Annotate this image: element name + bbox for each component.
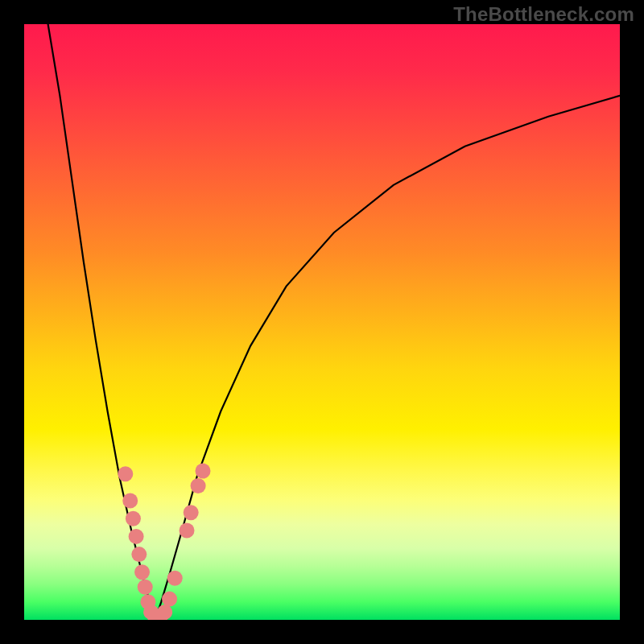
vertex-marker xyxy=(196,464,211,479)
watermark-text: TheBottleneck.com xyxy=(453,3,634,26)
vertex-marker xyxy=(126,511,141,526)
vertex-marker xyxy=(129,529,144,544)
vertex-marker xyxy=(191,478,206,493)
vertex-marker xyxy=(167,571,183,586)
vertex-marker xyxy=(162,592,177,607)
vertex-marker xyxy=(131,547,147,562)
vertex-marker xyxy=(157,605,172,620)
vertex-marker xyxy=(134,564,150,580)
vertex-marker xyxy=(184,505,199,520)
curve-right-branch xyxy=(155,96,620,620)
plot-area xyxy=(24,24,620,620)
vertex-marker xyxy=(118,466,133,481)
vertex-markers xyxy=(118,464,210,621)
vertex-marker xyxy=(180,523,195,539)
chart-svg xyxy=(24,24,620,620)
vertex-marker xyxy=(138,580,153,595)
vertex-marker xyxy=(122,493,138,509)
outer-frame: TheBottleneck.com xyxy=(0,0,644,644)
